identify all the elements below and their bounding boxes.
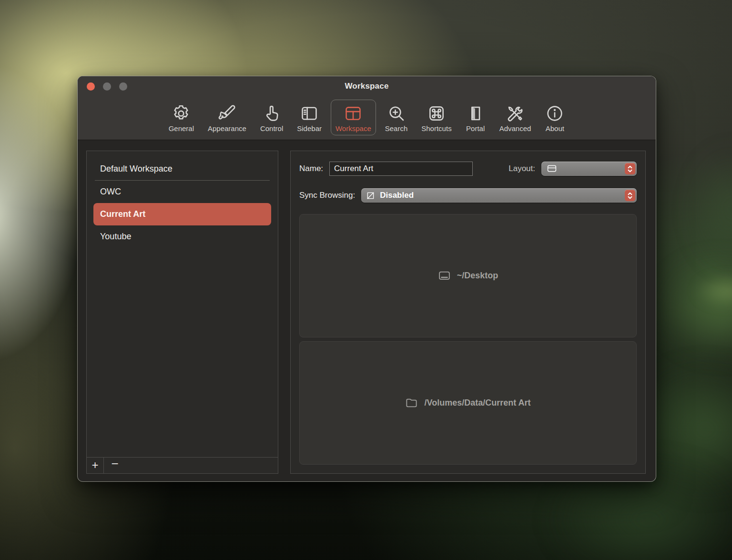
toolbar-item-appearance[interactable]: Appearance xyxy=(203,100,251,135)
list-item-current-art[interactable]: Current Art xyxy=(93,203,271,225)
sidebar-icon xyxy=(299,103,319,123)
pane-path: ~/Desktop xyxy=(457,271,498,281)
list-item-youtube[interactable]: Youtube xyxy=(93,225,271,248)
workspace-detail-panel: Name: Layout: Sync Browsing: xyxy=(290,151,646,474)
toolbar-item-label: Portal xyxy=(466,124,485,132)
toolbar-item-general[interactable]: General xyxy=(164,100,199,135)
list-item-label: OWC xyxy=(100,187,121,197)
toolbar-item-label: Workspace xyxy=(336,124,371,132)
workspace-list: Default Workspace OWC Current Art Youtub… xyxy=(87,151,278,248)
popup-stepper-icon xyxy=(625,190,635,201)
desktop-icon xyxy=(438,269,451,282)
window-header: Workspace General Appearance xyxy=(78,76,656,140)
toolbar-item-control[interactable]: Control xyxy=(255,100,288,135)
sync-browsing-label: Sync Browsing: xyxy=(299,191,355,200)
info-circle-icon xyxy=(545,103,565,123)
list-footer: + − xyxy=(87,457,278,473)
toolbar-item-label: Appearance xyxy=(208,124,246,132)
name-label: Name: xyxy=(299,164,323,173)
tools-icon xyxy=(505,103,525,123)
layout-label: Layout: xyxy=(508,164,535,173)
list-item-label: Youtube xyxy=(100,232,131,242)
open-door-icon xyxy=(466,103,486,123)
toolbar-item-workspace[interactable]: Workspace xyxy=(331,100,376,135)
layout-popup-button[interactable] xyxy=(541,162,637,176)
workspace-list-panel: Default Workspace OWC Current Art Youtub… xyxy=(86,151,278,474)
toolbar-item-search[interactable]: Search xyxy=(380,100,413,135)
pane-volumes[interactable]: /Volumes/Data/Current Art xyxy=(299,341,637,465)
list-item-default-workspace[interactable]: Default Workspace xyxy=(93,158,271,180)
toolbar-item-label: Sidebar xyxy=(297,124,322,132)
paintbrush-icon xyxy=(217,103,237,123)
pane-desktop[interactable]: ~/Desktop xyxy=(299,214,637,337)
workspace-layout-icon xyxy=(343,103,363,123)
list-item-owc[interactable]: OWC xyxy=(93,181,271,203)
pane-path: /Volumes/Data/Current Art xyxy=(424,398,530,408)
toolbar-item-sidebar[interactable]: Sidebar xyxy=(292,100,326,135)
toolbar-item-shortcuts[interactable]: Shortcuts xyxy=(417,100,456,135)
sync-browsing-popup-button[interactable]: Disabled xyxy=(361,188,637,203)
toolbar-item-label: Shortcuts xyxy=(421,124,451,132)
name-layout-row: Name: Layout: xyxy=(299,162,637,176)
toolbar-item-portal[interactable]: Portal xyxy=(461,100,490,135)
preferences-window: Workspace General Appearance xyxy=(78,76,656,481)
workspace-panes: ~/Desktop /Volumes/Data/Current Art xyxy=(299,214,637,465)
folder-icon xyxy=(405,397,418,409)
popup-stepper-icon xyxy=(625,163,635,174)
hand-point-icon xyxy=(262,103,282,123)
toolbar-item-label: About xyxy=(546,124,564,132)
workspace-name-input[interactable] xyxy=(329,162,473,176)
list-item-label: Current Art xyxy=(100,209,145,219)
preferences-toolbar: General Appearance Control xyxy=(78,95,656,140)
list-item-label: Default Workspace xyxy=(100,164,173,174)
magnifier-sparkle-icon xyxy=(386,103,407,123)
preferences-content: Default Workspace OWC Current Art Youtub… xyxy=(78,140,656,481)
add-workspace-button[interactable]: + xyxy=(87,458,104,473)
toolbar-item-advanced[interactable]: Advanced xyxy=(495,100,536,135)
sync-browsing-value: Disabled xyxy=(380,191,414,200)
horizontal-split-icon xyxy=(546,163,558,174)
remove-workspace-button[interactable]: − xyxy=(104,458,126,473)
command-key-icon xyxy=(427,103,447,123)
toolbar-item-label: General xyxy=(169,124,194,132)
gear-icon xyxy=(171,103,191,123)
toolbar-item-label: Search xyxy=(385,124,408,132)
toolbar-item-label: Control xyxy=(260,124,283,132)
toolbar-item-about[interactable]: About xyxy=(540,100,569,135)
toolbar-item-label: Advanced xyxy=(499,124,531,132)
slashed-square-icon xyxy=(366,191,376,201)
sync-browsing-row: Sync Browsing: Disabled xyxy=(299,188,637,203)
window-title: Workspace xyxy=(78,81,656,91)
